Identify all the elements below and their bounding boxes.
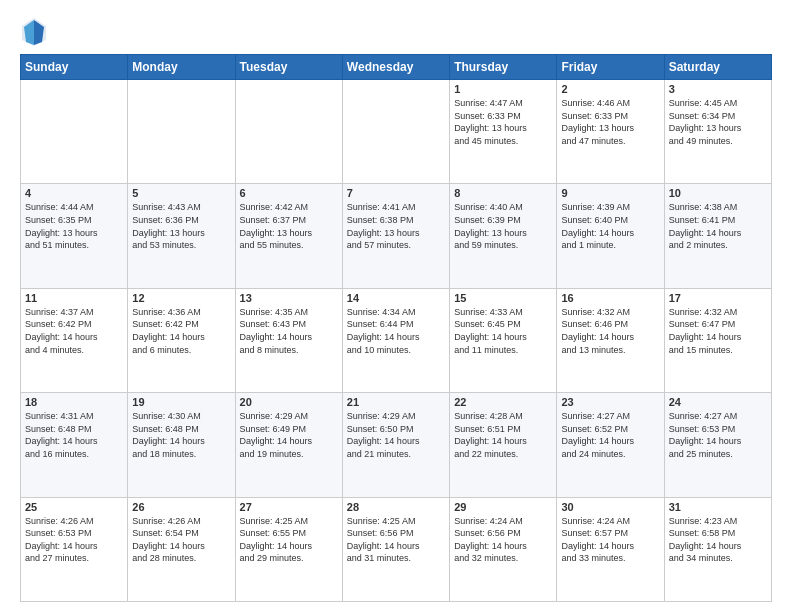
- day-number: 8: [454, 187, 552, 199]
- day-info: Sunrise: 4:37 AM Sunset: 6:42 PM Dayligh…: [25, 306, 123, 356]
- day-number: 23: [561, 396, 659, 408]
- day-cell: 18Sunrise: 4:31 AM Sunset: 6:48 PM Dayli…: [21, 393, 128, 497]
- weekday-header-tuesday: Tuesday: [235, 55, 342, 80]
- day-info: Sunrise: 4:40 AM Sunset: 6:39 PM Dayligh…: [454, 201, 552, 251]
- day-number: 12: [132, 292, 230, 304]
- day-cell: 16Sunrise: 4:32 AM Sunset: 6:46 PM Dayli…: [557, 288, 664, 392]
- day-info: Sunrise: 4:24 AM Sunset: 6:57 PM Dayligh…: [561, 515, 659, 565]
- week-row-1: 1Sunrise: 4:47 AM Sunset: 6:33 PM Daylig…: [21, 80, 772, 184]
- week-row-4: 18Sunrise: 4:31 AM Sunset: 6:48 PM Dayli…: [21, 393, 772, 497]
- week-row-3: 11Sunrise: 4:37 AM Sunset: 6:42 PM Dayli…: [21, 288, 772, 392]
- day-cell: 29Sunrise: 4:24 AM Sunset: 6:56 PM Dayli…: [450, 497, 557, 601]
- day-number: 6: [240, 187, 338, 199]
- day-info: Sunrise: 4:42 AM Sunset: 6:37 PM Dayligh…: [240, 201, 338, 251]
- day-info: Sunrise: 4:32 AM Sunset: 6:47 PM Dayligh…: [669, 306, 767, 356]
- day-info: Sunrise: 4:29 AM Sunset: 6:49 PM Dayligh…: [240, 410, 338, 460]
- day-number: 7: [347, 187, 445, 199]
- day-info: Sunrise: 4:45 AM Sunset: 6:34 PM Dayligh…: [669, 97, 767, 147]
- day-cell: 23Sunrise: 4:27 AM Sunset: 6:52 PM Dayli…: [557, 393, 664, 497]
- day-cell: 10Sunrise: 4:38 AM Sunset: 6:41 PM Dayli…: [664, 184, 771, 288]
- day-cell: 9Sunrise: 4:39 AM Sunset: 6:40 PM Daylig…: [557, 184, 664, 288]
- day-cell: 11Sunrise: 4:37 AM Sunset: 6:42 PM Dayli…: [21, 288, 128, 392]
- week-row-5: 25Sunrise: 4:26 AM Sunset: 6:53 PM Dayli…: [21, 497, 772, 601]
- day-number: 11: [25, 292, 123, 304]
- day-info: Sunrise: 4:26 AM Sunset: 6:53 PM Dayligh…: [25, 515, 123, 565]
- day-cell: 6Sunrise: 4:42 AM Sunset: 6:37 PM Daylig…: [235, 184, 342, 288]
- day-cell: 3Sunrise: 4:45 AM Sunset: 6:34 PM Daylig…: [664, 80, 771, 184]
- day-info: Sunrise: 4:27 AM Sunset: 6:52 PM Dayligh…: [561, 410, 659, 460]
- day-number: 24: [669, 396, 767, 408]
- day-info: Sunrise: 4:46 AM Sunset: 6:33 PM Dayligh…: [561, 97, 659, 147]
- weekday-header-friday: Friday: [557, 55, 664, 80]
- day-cell: 2Sunrise: 4:46 AM Sunset: 6:33 PM Daylig…: [557, 80, 664, 184]
- day-number: 16: [561, 292, 659, 304]
- day-cell: [128, 80, 235, 184]
- day-info: Sunrise: 4:32 AM Sunset: 6:46 PM Dayligh…: [561, 306, 659, 356]
- day-number: 26: [132, 501, 230, 513]
- day-number: 18: [25, 396, 123, 408]
- day-info: Sunrise: 4:41 AM Sunset: 6:38 PM Dayligh…: [347, 201, 445, 251]
- logo: [20, 16, 48, 46]
- day-number: 15: [454, 292, 552, 304]
- day-info: Sunrise: 4:25 AM Sunset: 6:56 PM Dayligh…: [347, 515, 445, 565]
- day-cell: 22Sunrise: 4:28 AM Sunset: 6:51 PM Dayli…: [450, 393, 557, 497]
- day-info: Sunrise: 4:38 AM Sunset: 6:41 PM Dayligh…: [669, 201, 767, 251]
- day-cell: 14Sunrise: 4:34 AM Sunset: 6:44 PM Dayli…: [342, 288, 449, 392]
- day-number: 1: [454, 83, 552, 95]
- day-cell: 1Sunrise: 4:47 AM Sunset: 6:33 PM Daylig…: [450, 80, 557, 184]
- calendar: SundayMondayTuesdayWednesdayThursdayFrid…: [20, 54, 772, 602]
- page: SundayMondayTuesdayWednesdayThursdayFrid…: [0, 0, 792, 612]
- day-number: 4: [25, 187, 123, 199]
- day-cell: 21Sunrise: 4:29 AM Sunset: 6:50 PM Dayli…: [342, 393, 449, 497]
- weekday-header-saturday: Saturday: [664, 55, 771, 80]
- day-cell: 31Sunrise: 4:23 AM Sunset: 6:58 PM Dayli…: [664, 497, 771, 601]
- day-number: 5: [132, 187, 230, 199]
- day-info: Sunrise: 4:35 AM Sunset: 6:43 PM Dayligh…: [240, 306, 338, 356]
- day-info: Sunrise: 4:33 AM Sunset: 6:45 PM Dayligh…: [454, 306, 552, 356]
- weekday-header-monday: Monday: [128, 55, 235, 80]
- weekday-header-wednesday: Wednesday: [342, 55, 449, 80]
- day-number: 20: [240, 396, 338, 408]
- day-info: Sunrise: 4:39 AM Sunset: 6:40 PM Dayligh…: [561, 201, 659, 251]
- day-number: 17: [669, 292, 767, 304]
- day-cell: 28Sunrise: 4:25 AM Sunset: 6:56 PM Dayli…: [342, 497, 449, 601]
- day-cell: [21, 80, 128, 184]
- header: [20, 16, 772, 46]
- weekday-header-sunday: Sunday: [21, 55, 128, 80]
- day-info: Sunrise: 4:31 AM Sunset: 6:48 PM Dayligh…: [25, 410, 123, 460]
- day-info: Sunrise: 4:44 AM Sunset: 6:35 PM Dayligh…: [25, 201, 123, 251]
- day-number: 2: [561, 83, 659, 95]
- day-cell: 30Sunrise: 4:24 AM Sunset: 6:57 PM Dayli…: [557, 497, 664, 601]
- day-cell: 8Sunrise: 4:40 AM Sunset: 6:39 PM Daylig…: [450, 184, 557, 288]
- day-info: Sunrise: 4:28 AM Sunset: 6:51 PM Dayligh…: [454, 410, 552, 460]
- logo-icon: [20, 16, 44, 46]
- day-number: 30: [561, 501, 659, 513]
- day-info: Sunrise: 4:23 AM Sunset: 6:58 PM Dayligh…: [669, 515, 767, 565]
- day-info: Sunrise: 4:25 AM Sunset: 6:55 PM Dayligh…: [240, 515, 338, 565]
- day-info: Sunrise: 4:34 AM Sunset: 6:44 PM Dayligh…: [347, 306, 445, 356]
- day-cell: 12Sunrise: 4:36 AM Sunset: 6:42 PM Dayli…: [128, 288, 235, 392]
- day-cell: 19Sunrise: 4:30 AM Sunset: 6:48 PM Dayli…: [128, 393, 235, 497]
- day-cell: 20Sunrise: 4:29 AM Sunset: 6:49 PM Dayli…: [235, 393, 342, 497]
- week-row-2: 4Sunrise: 4:44 AM Sunset: 6:35 PM Daylig…: [21, 184, 772, 288]
- day-info: Sunrise: 4:30 AM Sunset: 6:48 PM Dayligh…: [132, 410, 230, 460]
- day-info: Sunrise: 4:27 AM Sunset: 6:53 PM Dayligh…: [669, 410, 767, 460]
- day-cell: 27Sunrise: 4:25 AM Sunset: 6:55 PM Dayli…: [235, 497, 342, 601]
- day-number: 22: [454, 396, 552, 408]
- day-number: 19: [132, 396, 230, 408]
- day-info: Sunrise: 4:29 AM Sunset: 6:50 PM Dayligh…: [347, 410, 445, 460]
- day-cell: 24Sunrise: 4:27 AM Sunset: 6:53 PM Dayli…: [664, 393, 771, 497]
- day-cell: 4Sunrise: 4:44 AM Sunset: 6:35 PM Daylig…: [21, 184, 128, 288]
- day-info: Sunrise: 4:26 AM Sunset: 6:54 PM Dayligh…: [132, 515, 230, 565]
- day-cell: 26Sunrise: 4:26 AM Sunset: 6:54 PM Dayli…: [128, 497, 235, 601]
- day-cell: 13Sunrise: 4:35 AM Sunset: 6:43 PM Dayli…: [235, 288, 342, 392]
- day-info: Sunrise: 4:47 AM Sunset: 6:33 PM Dayligh…: [454, 97, 552, 147]
- day-number: 21: [347, 396, 445, 408]
- day-number: 3: [669, 83, 767, 95]
- day-info: Sunrise: 4:36 AM Sunset: 6:42 PM Dayligh…: [132, 306, 230, 356]
- day-number: 25: [25, 501, 123, 513]
- day-cell: 7Sunrise: 4:41 AM Sunset: 6:38 PM Daylig…: [342, 184, 449, 288]
- day-number: 10: [669, 187, 767, 199]
- weekday-header-row: SundayMondayTuesdayWednesdayThursdayFrid…: [21, 55, 772, 80]
- day-number: 14: [347, 292, 445, 304]
